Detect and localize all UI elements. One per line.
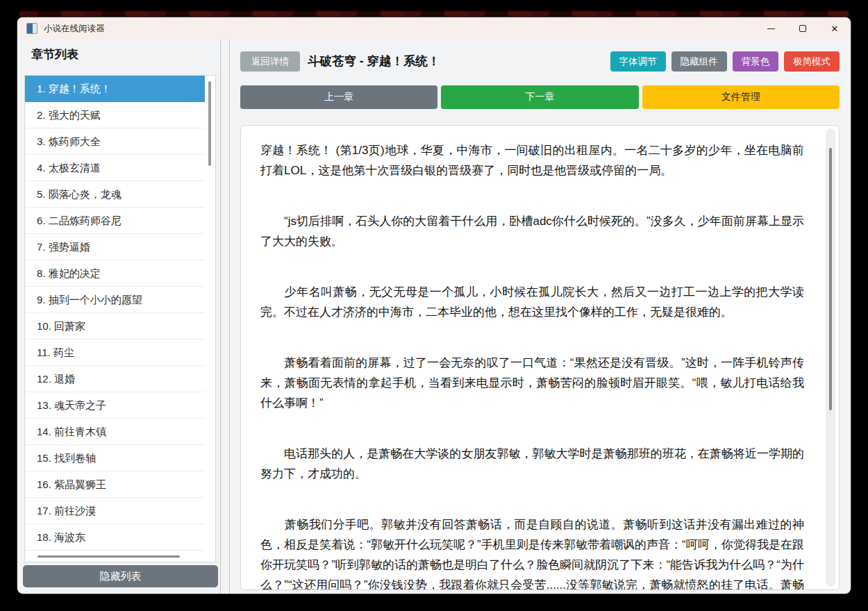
chapter-list-vertical-scrollbar[interactable]: [208, 81, 211, 166]
paragraph: 萧畅我们分手吧。郭敏并没有回答萧畅话，而是自顾自的说道。萧畅听到这话并没有漏出难…: [260, 514, 804, 590]
paragraph: 电话那头的人，是萧畅在大学谈的女朋友郭敏，郭敏大学时是萧畅那班的班花，在萧畅将近…: [260, 444, 804, 484]
paragraph: 少年名叫萧畅，无父无母是一个孤儿，小时候在孤儿院长大，然后又一边打工一边上学的把…: [260, 282, 804, 322]
chapter-item[interactable]: 18. 海波东: [25, 524, 205, 551]
chapter-item[interactable]: 9. 抽到一个小小的愿望: [25, 287, 205, 313]
chapter-nav: 上一章 下一章 文件管理: [240, 85, 840, 109]
minimize-button[interactable]: [755, 17, 787, 40]
hide-list-button[interactable]: 隐藏列表: [23, 565, 218, 587]
chapter-item[interactable]: 12. 退婚: [25, 366, 205, 392]
app-icon: [26, 23, 37, 34]
close-button[interactable]: ✕: [819, 17, 851, 40]
chapter-list-heading: 章节列表: [31, 47, 78, 62]
app-title: 小说在线阅读器: [44, 23, 105, 35]
toolbar: 字体调节 隐藏组件 背景色 极简模式: [610, 51, 840, 72]
window-controls: ✕: [755, 17, 851, 40]
chapter-item[interactable]: 4. 太极玄清道: [25, 155, 205, 181]
reader-main: 返回详情 斗破苍穹 - 穿越！系统！ 字体调节 隐藏组件 背景色 极简模式 上一…: [229, 40, 851, 594]
reader-text-panel: 穿越！系统！ (第1/3页)地球，华夏，中海市，一间破旧的出租屋内。一名二十多岁…: [240, 125, 840, 590]
chapter-item[interactable]: 16. 紫晶翼狮王: [25, 471, 205, 498]
chapter-item[interactable]: 6. 二品炼药师谷尼: [25, 208, 205, 234]
chapter-item[interactable]: 14. 前往青木镇: [25, 419, 205, 445]
prev-chapter-button[interactable]: 上一章: [240, 85, 437, 109]
close-icon: ✕: [831, 24, 839, 34]
background-color-button[interactable]: 背景色: [733, 51, 779, 72]
chapter-item[interactable]: 8. 雅妃的决定: [25, 260, 205, 287]
paragraph: 穿越！系统！ (第1/3页)地球，华夏，中海市，一间破旧的出租屋内。一名二十多岁…: [260, 140, 804, 181]
font-adjust-button[interactable]: 字体调节: [610, 51, 666, 72]
chapter-item[interactable]: 15. 找到卷轴: [25, 445, 205, 471]
app-window: 小说在线阅读器 ✕ 章节列表 1. 穿越！系统！2. 强大的天赋3. 炼药师大全…: [17, 17, 851, 594]
hide-widgets-button[interactable]: 隐藏组件: [671, 51, 727, 72]
minimize-icon: [767, 28, 775, 29]
maximize-button[interactable]: [787, 17, 819, 40]
chapter-list-horizontal-scrollbar[interactable]: [37, 555, 180, 558]
chapter-item[interactable]: 7. 强势逼婚: [25, 234, 205, 260]
chapter-item[interactable]: 11. 药尘: [25, 340, 205, 366]
chapter-item[interactable]: 3. 炼药师大全: [25, 128, 205, 155]
chapter-item[interactable]: 1. 穿越！系统！: [25, 76, 205, 102]
maximize-icon: [799, 25, 806, 32]
chapter-item[interactable]: 17. 前往沙漠: [25, 498, 205, 524]
next-chapter-button[interactable]: 下一章: [441, 85, 638, 109]
chapter-list-box: 1. 穿越！系统！2. 强大的天赋3. 炼药师大全4. 太极玄清道5. 陨落心炎…: [24, 75, 216, 562]
paragraph: “js切后排啊，石头人你的大留着干什么用，卧槽adc你什么时候死的。”没多久，少…: [260, 211, 804, 251]
chapter-text: 穿越！系统！ (第1/3页)地球，华夏，中海市，一间破旧的出租屋内。一名二十多岁…: [260, 140, 804, 590]
chapter-list: 1. 穿越！系统！2. 强大的天赋3. 炼药师大全4. 太极玄清道5. 陨落心炎…: [25, 76, 205, 551]
reader-scrollbar-thumb[interactable]: [829, 148, 832, 410]
chapter-item[interactable]: 13. 魂天帝之子: [25, 392, 205, 419]
chapter-item[interactable]: 5. 陨落心炎，龙魂: [25, 181, 205, 208]
chapter-item[interactable]: 2. 强大的天赋: [25, 102, 205, 128]
minimal-mode-button[interactable]: 极简模式: [784, 51, 840, 72]
titlebar: 小说在线阅读器 ✕: [17, 17, 851, 40]
paragraph: 萧畅看着面前的屏幕，过了一会无奈的叹了一口气道：“果然还是没有晋级。”这时，一阵…: [260, 353, 804, 413]
chapter-sidebar: 章节列表 1. 穿越！系统！2. 强大的天赋3. 炼药师大全4. 太极玄清道5.…: [17, 40, 221, 594]
desktop-background-sliver: [19, 11, 849, 17]
back-to-details-button[interactable]: 返回详情: [240, 51, 300, 72]
file-manager-button[interactable]: 文件管理: [642, 85, 840, 109]
chapter-item[interactable]: 10. 回萧家: [25, 313, 205, 340]
book-chapter-title: 斗破苍穹 - 穿越！系统！: [308, 51, 440, 72]
reader-scrollbar-track: [826, 128, 835, 587]
